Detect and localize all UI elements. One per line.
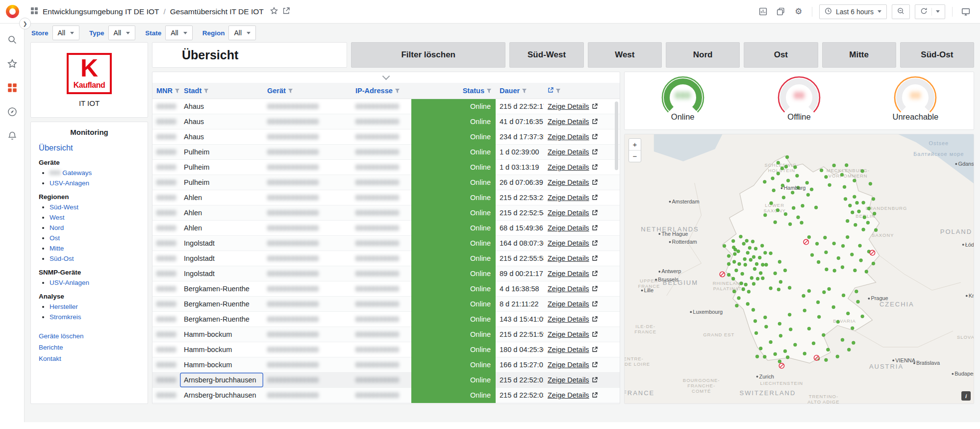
link-gateways[interactable]: 000 Gateways xyxy=(50,169,92,177)
link-ost[interactable]: Ost xyxy=(50,234,60,242)
library-panels-icon[interactable] xyxy=(775,5,787,18)
germany-map[interactable]: OstseeБалтийское мореSCHLESWIG-HOLSTEINM… xyxy=(625,134,974,404)
sidebar-expand-chevron[interactable]: ❯ xyxy=(19,18,31,29)
grafana-logo[interactable] xyxy=(0,5,25,18)
sidebar-item-explore[interactable] xyxy=(6,105,19,118)
cell-stadt[interactable]: Ahaus xyxy=(180,114,263,129)
zeige-details-link[interactable]: Zeige Details xyxy=(548,178,598,186)
share-icon[interactable] xyxy=(282,7,290,17)
button-west[interactable]: West xyxy=(588,42,662,68)
filter-funnel-icon[interactable] xyxy=(555,88,561,94)
filter-dropdown-type[interactable]: All xyxy=(108,25,136,40)
zeige-details-link[interactable]: Zeige Details xyxy=(548,270,598,278)
cell-stadt[interactable]: Bergkamen-Ruenthe xyxy=(180,312,263,327)
cell-stadt[interactable]: Pulheim xyxy=(180,145,263,160)
map-zoom-in-button[interactable]: + xyxy=(629,139,641,151)
zeige-details-link[interactable]: Zeige Details xyxy=(548,163,598,171)
button-ost[interactable]: Ost xyxy=(744,42,818,68)
zeige-details-link[interactable]: Zeige Details xyxy=(548,391,598,399)
cell-stadt[interactable]: Ingolstadt xyxy=(180,251,263,266)
panel-chart-icon[interactable] xyxy=(757,5,770,18)
settings-gear-icon[interactable]: ⚙ xyxy=(792,5,805,18)
link-stromkreis[interactable]: Stromkreis xyxy=(50,313,81,321)
row-collapse-strip[interactable] xyxy=(152,72,620,83)
sidebar-item-dashboards[interactable] xyxy=(6,81,19,94)
cell-stadt[interactable]: Hamm-bockum xyxy=(180,327,263,342)
cell-stadt[interactable]: Bergkamen-Ruenthe xyxy=(180,297,263,312)
link-usv-anlagen[interactable]: USV-Anlagen xyxy=(50,279,89,286)
link-hersteller[interactable]: Hersteller xyxy=(50,303,78,310)
cell-stadt[interactable]: Arnsberg-bruchhausen xyxy=(180,373,263,388)
button-mitte[interactable]: Mitte xyxy=(822,42,896,68)
cell-stadt[interactable]: Pulheim xyxy=(180,175,263,190)
zeige-details-link[interactable]: Zeige Details xyxy=(548,376,598,384)
zeige-details-link[interactable]: Zeige Details xyxy=(548,346,598,353)
sidebar-item-starred[interactable] xyxy=(6,57,19,70)
link-uebersicht[interactable]: Übersicht xyxy=(39,143,140,152)
column-header-mnr[interactable]: MNR xyxy=(152,83,180,99)
zeige-details-link[interactable]: Zeige Details xyxy=(548,285,598,293)
button-nord[interactable]: Nord xyxy=(666,42,740,68)
filter-dropdown-state[interactable]: All xyxy=(165,25,193,40)
filter-funnel-icon[interactable] xyxy=(288,88,293,94)
column-header-stadt[interactable]: Stadt xyxy=(180,83,263,99)
link-geräte-löschen[interactable]: Geräte löschen xyxy=(39,332,140,340)
cell-stadt[interactable]: Ahlen xyxy=(180,205,263,221)
column-header-ip-adresse[interactable]: IP-Adresse xyxy=(352,83,411,99)
link-kontakt[interactable]: Kontakt xyxy=(39,355,140,362)
link-berichte[interactable]: Berichte xyxy=(39,344,140,351)
breadcrumb-folder[interactable]: Entwicklungsumgebung IT DE IOT xyxy=(43,7,159,16)
zeige-details-link[interactable]: Zeige Details xyxy=(548,102,598,110)
cell-stadt[interactable]: Arnsberg-bruchhausen xyxy=(180,388,263,403)
link-nord[interactable]: Nord xyxy=(50,224,64,231)
zeige-details-link[interactable]: Zeige Details xyxy=(548,148,598,156)
cell-stadt[interactable]: Hamm-bockum xyxy=(180,357,263,373)
link-usv-anlagen[interactable]: USV-Anlagen xyxy=(50,179,89,187)
cell-stadt[interactable]: Ingolstadt xyxy=(180,236,263,251)
cell-stadt[interactable]: Ahaus xyxy=(180,99,263,114)
link-mitte[interactable]: Mitte xyxy=(50,245,64,252)
zeige-details-link[interactable]: Zeige Details xyxy=(548,239,598,247)
link-süd-west[interactable]: Süd-West xyxy=(50,203,78,211)
cell-stadt[interactable]: Ahlen xyxy=(180,190,263,205)
scrollbar-thumb[interactable] xyxy=(615,101,618,170)
tv-monitor-icon[interactable] xyxy=(959,5,972,18)
zeige-details-link[interactable]: Zeige Details xyxy=(548,209,598,217)
zeige-details-link[interactable]: Zeige Details xyxy=(548,361,598,369)
time-range-picker[interactable]: Last 6 hours xyxy=(819,4,887,19)
cell-stadt[interactable]: Pulheim xyxy=(180,160,263,175)
sidebar-item-search[interactable] xyxy=(6,33,19,46)
cell-stadt[interactable]: Ahlen xyxy=(180,221,263,236)
filter-funnel-icon[interactable] xyxy=(175,88,180,94)
refresh-button[interactable] xyxy=(915,4,945,19)
column-header-details[interactable] xyxy=(544,83,620,99)
zeige-details-link[interactable]: Zeige Details xyxy=(548,194,598,202)
column-header-gerät[interactable]: Gerät xyxy=(263,83,352,99)
map-zoom-out-button[interactable]: − xyxy=(629,151,641,162)
column-header-status[interactable]: Status xyxy=(411,83,496,99)
cell-stadt[interactable]: Ingolstadt xyxy=(180,266,263,281)
zeige-details-link[interactable]: Zeige Details xyxy=(548,330,598,338)
zoom-out-time-button[interactable] xyxy=(892,4,910,19)
column-header-dauer[interactable]: Dauer xyxy=(496,83,544,99)
cell-stadt[interactable]: Ahaus xyxy=(180,129,263,145)
zeige-details-link[interactable]: Zeige Details xyxy=(548,300,598,308)
filter-funnel-icon[interactable] xyxy=(203,88,209,94)
breadcrumb-dashboard[interactable]: Gesamtübersicht IT DE IOT xyxy=(170,7,264,16)
sidebar-item-alerting[interactable] xyxy=(6,129,19,142)
button-filter-löschen[interactable]: Filter löschen xyxy=(351,42,505,68)
button-süd-ost[interactable]: Süd-Ost xyxy=(900,42,974,68)
zeige-details-link[interactable]: Zeige Details xyxy=(548,224,598,232)
filter-dropdown-store[interactable]: All xyxy=(52,25,80,40)
map-attribution-button[interactable]: i xyxy=(961,391,971,401)
favorite-star-icon[interactable] xyxy=(270,7,278,17)
zeige-details-link[interactable]: Zeige Details xyxy=(548,315,598,323)
cell-stadt[interactable]: Bergkamen-Ruenthe xyxy=(180,281,263,297)
filter-funnel-icon[interactable] xyxy=(522,88,527,94)
filter-dropdown-region[interactable]: All xyxy=(228,25,256,40)
link-west[interactable]: West xyxy=(50,214,65,221)
filter-funnel-icon[interactable] xyxy=(395,88,400,94)
cell-stadt[interactable]: Hamm-bockum xyxy=(180,342,263,357)
button-süd-west[interactable]: Süd-West xyxy=(509,42,583,68)
zeige-details-link[interactable]: Zeige Details xyxy=(548,133,598,141)
